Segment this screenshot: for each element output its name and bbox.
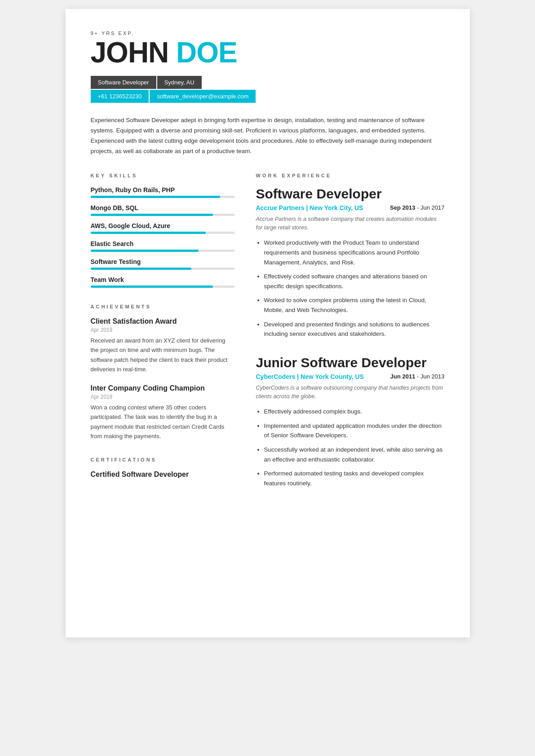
- achievement-description: Won a coding contest where 35 other code…: [91, 403, 234, 441]
- skill-item: Python, Ruby On Rails, PHP: [91, 186, 234, 198]
- skill-bar-fill: [91, 286, 213, 288]
- job-dates: Jun 2011 - Jun 2013: [390, 373, 445, 380]
- skill-item: Software Testing: [91, 258, 234, 270]
- job-bullet: Implemented and updated application modu…: [264, 421, 445, 440]
- first-name: JOHN: [91, 36, 169, 69]
- last-name: DOE: [176, 36, 237, 69]
- achievement-date: Apr 2018: [91, 394, 234, 400]
- job-bullet: Successfully worked at an independent le…: [264, 445, 445, 464]
- skill-item: Elastic Search: [91, 240, 234, 252]
- job-item: Junior Software Developer CyberCoders | …: [256, 355, 445, 488]
- job-bullet: Effectively coded software changes and a…: [264, 272, 445, 291]
- achievements-list: Client Satisfaction Award Apr 2019 Recei…: [91, 317, 234, 441]
- skill-bar-background: [91, 250, 234, 252]
- achievements-section-title: ACHIEVEMENTS: [91, 304, 234, 309]
- job-item: Software Developer Accrue Partners | New…: [256, 186, 445, 339]
- job-title-tag: Software Developer: [91, 76, 156, 89]
- skill-bar-background: [91, 214, 234, 216]
- skill-bar-fill: [91, 196, 220, 198]
- skill-item: Team Work: [91, 276, 234, 288]
- phone-tag: +61 1236523230: [91, 90, 149, 103]
- work-experience-section-title: WORK EXPERIENCE: [256, 173, 445, 178]
- skill-bar-fill: [91, 250, 199, 252]
- skill-bar-background: [91, 232, 234, 234]
- skills-list: Python, Ruby On Rails, PHP Mongo DB, SQL…: [91, 186, 234, 288]
- resume-container: 9+ YRS EXP. JOHN DOE Software Developer …: [66, 9, 470, 637]
- skill-name: Software Testing: [91, 258, 234, 265]
- left-column: KEY SKILLS Python, Ruby On Rails, PHP Mo…: [91, 173, 234, 505]
- achievement-title: Inter Company Coding Champion: [91, 384, 234, 392]
- achievements-section: ACHIEVEMENTS Client Satisfaction Award A…: [91, 304, 234, 441]
- job-bullet: Worked productively with the Product Tea…: [264, 238, 445, 267]
- achievement-item: Inter Company Coding Champion Apr 2018 W…: [91, 384, 234, 441]
- email-tag: software_developer@example.com: [150, 90, 256, 103]
- job-dates: Sep 2013 - Jun 2017: [390, 204, 444, 211]
- certification-title: Certified Software Developer: [91, 470, 234, 479]
- skill-bar-fill: [91, 214, 213, 216]
- info-row-2: +61 1236523230 software_developer@exampl…: [91, 90, 445, 103]
- job-meta: CyberCoders | New York County, US Jun 20…: [256, 373, 445, 380]
- achievement-item: Client Satisfaction Award Apr 2019 Recei…: [91, 317, 234, 374]
- skill-name: Team Work: [91, 276, 234, 283]
- skill-bar-background: [91, 286, 234, 288]
- job-bullet: Effectively addressed complex bugs.: [264, 407, 445, 417]
- info-bar: Software Developer Sydney, AU +61 123652…: [91, 76, 445, 103]
- job-company: Accrue Partners | New York City, US: [256, 204, 383, 211]
- skill-bar-fill: [91, 268, 191, 270]
- certifications-section-title: CERTIFICATIONS: [91, 457, 234, 462]
- skill-name: Mongo DB, SQL: [91, 204, 234, 211]
- location-tag: Sydney, AU: [157, 76, 202, 89]
- skill-bar-background: [91, 268, 234, 270]
- job-company-description: Accrue Partners is a software company th…: [256, 215, 445, 232]
- skill-item: AWS, Google Cloud, Azure: [91, 222, 234, 234]
- skill-item: Mongo DB, SQL: [91, 204, 234, 216]
- job-bullets-list: Effectively addressed complex bugs.Imple…: [256, 407, 445, 488]
- summary-text: Experienced Software Developer adept in …: [91, 115, 445, 157]
- skill-name: Python, Ruby On Rails, PHP: [91, 186, 234, 193]
- achievement-title: Client Satisfaction Award: [91, 317, 234, 325]
- skill-bar-fill: [91, 232, 206, 234]
- job-bullet: Worked to solve complex problems using t…: [264, 295, 445, 315]
- job-bullet: Developed and presented findings and sol…: [264, 320, 445, 339]
- two-column-layout: KEY SKILLS Python, Ruby On Rails, PHP Mo…: [91, 173, 445, 505]
- skill-name: Elastic Search: [91, 240, 234, 247]
- certifications-section: CERTIFICATIONS Certified Software Develo…: [91, 457, 234, 479]
- skill-bar-background: [91, 196, 234, 198]
- job-title: Junior Software Developer: [256, 355, 445, 370]
- resume-header: 9+ YRS EXP. JOHN DOE Software Developer …: [91, 31, 445, 103]
- job-title: Software Developer: [256, 186, 445, 202]
- job-bullet: Performed automated testing tasks and de…: [264, 469, 445, 488]
- work-experience-list: Software Developer Accrue Partners | New…: [256, 186, 445, 488]
- key-skills-section-title: KEY SKILLS: [91, 173, 234, 178]
- skill-name: AWS, Google Cloud, Azure: [91, 222, 234, 229]
- job-meta: Accrue Partners | New York City, US Sep …: [256, 204, 445, 211]
- achievement-date: Apr 2019: [91, 327, 234, 333]
- job-company: CyberCoders | New York County, US: [256, 373, 383, 380]
- achievement-description: Received an award from an XYZ client for…: [91, 336, 234, 374]
- info-row-1: Software Developer Sydney, AU: [91, 76, 445, 89]
- job-bullets-list: Worked productively with the Product Tea…: [256, 238, 445, 338]
- job-company-description: CyberCoders is a software outsourcing co…: [256, 384, 445, 401]
- experience-label: 9+ YRS EXP.: [91, 31, 445, 36]
- right-column: WORK EXPERIENCE Software Developer Accru…: [256, 173, 445, 505]
- full-name: JOHN DOE: [91, 38, 445, 68]
- certifications-list: Certified Software Developer: [91, 470, 234, 479]
